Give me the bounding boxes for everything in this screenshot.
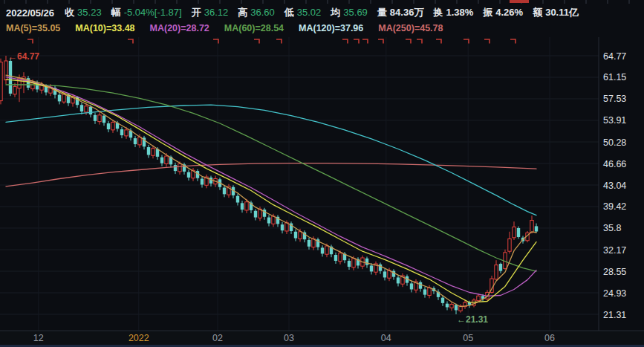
event-marker-icon[interactable]	[254, 39, 259, 44]
event-marker-icon[interactable]	[378, 39, 383, 44]
field-label: 量	[377, 6, 387, 19]
field-value: 84.36万	[390, 6, 424, 19]
x-axis-label: 03	[284, 333, 294, 343]
y-axis-label: 46.66	[603, 159, 626, 169]
field-value: 35.02	[297, 7, 322, 18]
field-value: 1.38%	[446, 7, 473, 18]
y-axis-label: 39.42	[603, 201, 626, 212]
field-value: 30.11亿	[545, 6, 579, 19]
y-axis-label: 57.53	[603, 94, 626, 104]
y-axis-label: 24.93	[603, 288, 626, 299]
field-value: 4.26%	[495, 7, 523, 18]
event-marker-icon[interactable]	[342, 39, 348, 44]
event-marker-icon[interactable]	[362, 39, 368, 44]
y-axis-label: 50.28	[603, 137, 626, 148]
event-marker-icon[interactable]	[27, 39, 33, 44]
y-axis-label: 61.15	[603, 72, 626, 82]
info-field: 收35.23	[65, 6, 102, 19]
y-axis-layer: 64.7761.1557.5353.9150.2846.6643.0439.42…	[603, 51, 626, 320]
field-value: 35.23	[77, 7, 102, 18]
info-field: 量84.36万	[377, 6, 424, 19]
trade-date: 2022/05/26	[6, 7, 54, 19]
field-label: 均	[331, 6, 340, 19]
field-label: 高	[238, 6, 247, 19]
event-marker-icon[interactable]	[406, 39, 411, 44]
field-value: 35.69	[343, 7, 368, 18]
header-fields: 收35.23幅-5.04%[-1.87]开36.12高36.60低35.02均3…	[65, 6, 588, 19]
x-axis-label: 05	[463, 333, 473, 343]
ma-legend-item: MA(5)=35.05	[6, 23, 60, 33]
x-axis-label: 02	[212, 333, 223, 343]
high-price-annotation: ←64.77	[8, 51, 39, 62]
field-label: 换	[433, 6, 443, 19]
grid-layer	[0, 37, 599, 331]
field-value: 36.60	[250, 7, 275, 18]
info-field: 幅-5.04%[-1.87]	[111, 6, 182, 19]
y-axis-label: 35.8	[603, 223, 621, 233]
info-field: 低35.02	[284, 6, 322, 19]
x-axis-label: 06	[544, 333, 555, 343]
ma-legend-item: MA(120)=37.96	[299, 23, 363, 33]
y-axis-label: 28.55	[603, 267, 626, 277]
info-field: 额30.11亿	[533, 6, 579, 19]
field-label: 收	[65, 6, 74, 19]
event-marker-icon[interactable]	[276, 39, 282, 44]
low-price-annotation: ←21.31	[457, 314, 488, 325]
x-axis-layer: 1220220203040506	[0, 331, 644, 347]
info-field: 均35.69	[331, 6, 368, 19]
x-axis-label: 12	[33, 333, 44, 343]
ma-legend-item: MA(20)=28.72	[150, 23, 209, 33]
field-label: 低	[284, 6, 294, 19]
field-label: 额	[533, 6, 542, 19]
ma-legend-item: MA(60)=28.54	[224, 23, 284, 33]
ruler-space	[0, 0, 644, 5]
y-axis-label: 21.31	[603, 310, 626, 320]
event-marker-icon[interactable]	[510, 39, 515, 44]
event-marker-icon[interactable]	[417, 39, 422, 44]
field-label: 振	[483, 6, 492, 19]
info-field: 开36.12	[192, 6, 229, 19]
info-field: 换1.38%	[433, 6, 473, 19]
event-marker-icon[interactable]	[128, 39, 133, 44]
event-marker-icon[interactable]	[484, 39, 489, 44]
info-field: 振4.26%	[483, 6, 523, 19]
field-label: 开	[192, 6, 201, 19]
top-bars: 2022/05/26 收35.23幅-5.04%[-1.87]开36.12高36…	[0, 0, 644, 36]
event-marker-icon[interactable]	[354, 39, 359, 44]
ma-legend-item: MA(10)=33.48	[75, 23, 134, 33]
y-axis-label: 32.17	[603, 245, 626, 256]
y-axis-label: 64.77	[603, 51, 626, 62]
event-marker-icon[interactable]	[436, 39, 441, 44]
event-markers-layer	[27, 39, 515, 44]
x-axis-label: 2022	[129, 333, 149, 343]
x-axis-label: 04	[381, 333, 391, 343]
y-axis-label: 53.91	[603, 115, 626, 126]
ma-legend-row: MA(5)=35.05MA(10)=33.48MA(20)=28.72MA(60…	[0, 20, 644, 36]
field-label: 幅	[111, 6, 121, 19]
ma-legend-item: MA(250)=45.78	[378, 23, 443, 33]
stock-info-bar: 2022/05/26 收35.23幅-5.04%[-1.87]开36.12高36…	[0, 5, 644, 20]
field-value: -5.04%[-1.87]	[124, 7, 182, 18]
info-field: 高36.60	[238, 6, 275, 19]
kline-chart[interactable]: 1220220203040506←64.77←21.3164.7761.1557…	[0, 0, 644, 347]
field-value: 36.12	[204, 7, 229, 18]
y-axis-label: 43.04	[603, 181, 626, 191]
